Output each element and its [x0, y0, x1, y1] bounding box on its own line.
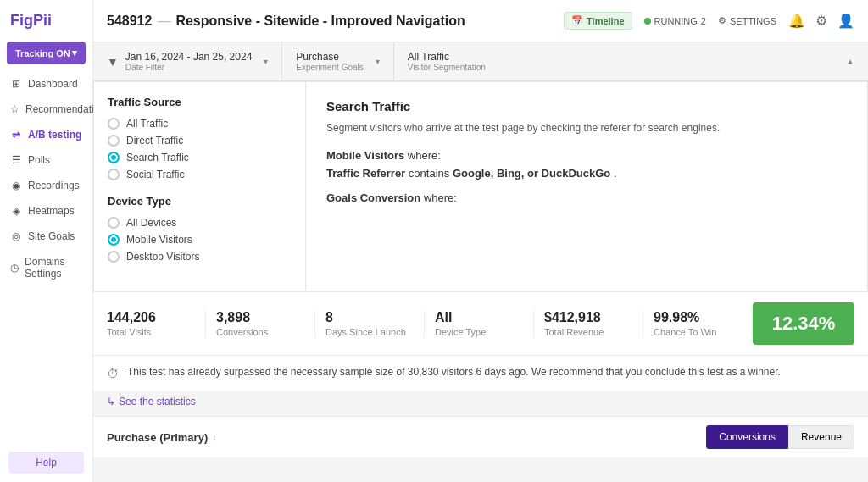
- radio-all-traffic-label: All Traffic: [126, 118, 168, 130]
- radio-social-traffic-label: Social Traffic: [126, 169, 184, 180]
- stat-device-value: All: [435, 310, 523, 325]
- radio-mobile-visitors-label: Mobile Visitors: [126, 234, 192, 246]
- body-split: Traffic Source All Traffic Direct Traffi…: [93, 81, 868, 291]
- running-label: RUNNING: [654, 16, 698, 26]
- stat-revenue-value: $412,918: [544, 310, 632, 325]
- stat-device-label: Device Type: [435, 327, 523, 337]
- filter-icon: ▼: [107, 55, 119, 69]
- sidebar-item-label: Site Goals: [28, 230, 75, 242]
- goals-filter[interactable]: Purchase Experiment Goals ▾: [282, 42, 393, 80]
- segment-chevron: ▲: [846, 57, 854, 66]
- segment-filter[interactable]: All Traffic Visitor Segmentation ▲: [394, 42, 868, 80]
- topbar-actions: 📅 Timeline RUNNING 2 ⚙ SETTINGS 🔔 ⚙ 👤: [564, 12, 854, 30]
- page-title: Responsive - Sitewide - Improved Navigat…: [175, 14, 465, 29]
- goals-where: where:: [424, 191, 457, 204]
- bottom-bar: Purchase (Primary) ↓ Conversions Revenue: [93, 416, 868, 457]
- referrer-value: Google, Bing, or DuckDuckGo: [453, 167, 610, 180]
- filter-bar: ▼ Jan 16, 2024 - Jan 25, 2024 Date Filte…: [93, 42, 868, 81]
- radio-desktop-visitors-label: Desktop Visitors: [126, 251, 199, 263]
- bottom-title-text: Purchase (Primary): [107, 431, 208, 444]
- help-button[interactable]: Help: [8, 452, 84, 474]
- sidebar-item-label: A/B testing: [28, 129, 81, 141]
- radio-all-devices-label: All Devices: [126, 217, 176, 229]
- radio-all-devices[interactable]: All Devices: [108, 214, 292, 231]
- radio-all-traffic[interactable]: All Traffic: [108, 115, 292, 132]
- goals-label: Goals Conversion: [326, 191, 420, 204]
- sidebar-item-dashboard[interactable]: ⊞Dashboard: [0, 71, 92, 97]
- tracking-toggle[interactable]: Tracking ON ▾: [7, 42, 86, 64]
- gear-icon[interactable]: ⚙: [815, 13, 827, 29]
- tab-revenue[interactable]: Revenue: [788, 425, 854, 449]
- sidebar-item-label: Domains Settings: [25, 256, 82, 280]
- goals-chevron: ▾: [376, 57, 380, 66]
- notice-bar: ⏱ This test has already surpassed the ne…: [93, 355, 868, 391]
- detail-title: Search Traffic: [326, 99, 847, 114]
- sidebar-item-ab-testing[interactable]: ⇌A/B testing: [0, 122, 92, 147]
- right-panel: Search Traffic Segment visitors who arri…: [306, 82, 867, 291]
- stat-conversions-value: 3,898: [216, 310, 304, 325]
- tracking-label: Tracking ON: [15, 48, 70, 58]
- radio-desktop-visitors[interactable]: Desktop Visitors: [108, 248, 292, 265]
- visitor-where: where:: [408, 149, 441, 162]
- left-panel: Traffic Source All Traffic Direct Traffi…: [94, 82, 306, 291]
- sidebar-nav: ⊞Dashboard☆Recommendations⇌A/B testing☰P…: [0, 64, 92, 443]
- stat-days: 8 Days Since Launch: [315, 310, 425, 337]
- radio-direct-traffic[interactable]: Direct Traffic: [108, 132, 292, 149]
- device-type-title: Device Type: [108, 195, 292, 208]
- visitor-type-label: Mobile Visitors: [326, 149, 404, 162]
- sidebar-item-site-goals[interactable]: ◎Site Goals: [0, 224, 92, 249]
- referrer-period: .: [614, 167, 617, 180]
- settings-button[interactable]: ⚙ SETTINGS: [718, 15, 776, 26]
- stat-visits: 144,206 Total Visits: [107, 310, 206, 337]
- stat-visits-value: 144,206: [107, 310, 195, 325]
- sidebar-item-heatmaps[interactable]: ◈Heatmaps: [0, 198, 92, 224]
- stat-device: All Device Type: [425, 310, 534, 337]
- radio-mobile-visitors[interactable]: Mobile Visitors: [108, 231, 292, 248]
- notice-icon: ⏱: [107, 367, 119, 380]
- bottom-arrow: ↓: [212, 432, 217, 442]
- date-filter[interactable]: ▼ Jan 16, 2024 - Jan 25, 2024 Date Filte…: [93, 42, 282, 80]
- stat-revenue-label: Total Revenue: [544, 327, 632, 337]
- running-count: 2: [701, 16, 706, 26]
- notice-text: This test has already surpassed the nece…: [127, 366, 781, 378]
- timeline-button[interactable]: 📅 Timeline: [564, 12, 632, 30]
- stat-cta: 12.34%: [753, 302, 854, 345]
- timeline-icon: 📅: [571, 15, 583, 26]
- traffic-source-group: All Traffic Direct Traffic Search Traffi…: [108, 115, 292, 183]
- tab-conversions[interactable]: Conversions: [706, 425, 788, 449]
- stat-chance: 99.98% Chance To Win: [643, 310, 753, 337]
- sidebar-item-polls[interactable]: ☰Polls: [0, 147, 92, 173]
- see-stats-link[interactable]: ↳ See the statistics: [93, 391, 868, 416]
- sidebar-item-label: Polls: [28, 154, 50, 166]
- stat-days-value: 8: [326, 310, 414, 325]
- polls-icon: ☰: [10, 154, 22, 166]
- radio-search-traffic-circle: [108, 152, 120, 163]
- site-goals-icon: ◎: [10, 230, 22, 242]
- domains-icon: ◷: [10, 262, 19, 274]
- visitor-type-detail: Mobile Visitors where:: [326, 149, 847, 162]
- goals-filter-value: Purchase: [296, 51, 363, 63]
- radio-social-traffic-circle: [108, 169, 120, 180]
- see-stats-arrow: ↳: [107, 396, 115, 407]
- date-chevron: ▾: [264, 57, 268, 66]
- settings-label: SETTINGS: [730, 16, 776, 26]
- user-icon[interactable]: 👤: [837, 13, 854, 29]
- title-separator: —: [157, 14, 170, 29]
- bell-icon[interactable]: 🔔: [788, 13, 805, 29]
- sidebar: FigPii Tracking ON ▾ ⊞Dashboard☆Recommen…: [0, 0, 93, 482]
- radio-search-traffic[interactable]: Search Traffic: [108, 149, 292, 166]
- sidebar-item-domains[interactable]: ◷Domains Settings: [0, 249, 92, 286]
- radio-social-traffic[interactable]: Social Traffic: [108, 166, 292, 183]
- sidebar-item-label: Recordings: [28, 180, 80, 191]
- date-filter-value: Jan 16, 2024 - Jan 25, 2024: [125, 51, 252, 63]
- dashboard-icon: ⊞: [10, 78, 22, 90]
- sidebar-item-recommendations[interactable]: ☆Recommendations: [0, 97, 92, 122]
- experiment-id: 548912: [107, 14, 152, 29]
- heatmaps-icon: ◈: [10, 205, 22, 217]
- stat-chance-label: Chance To Win: [654, 327, 742, 337]
- referrer-label: Traffic Referrer: [326, 167, 405, 180]
- sidebar-item-label: Dashboard: [28, 78, 78, 90]
- sidebar-item-recordings[interactable]: ◉Recordings: [0, 173, 92, 198]
- running-dot: [644, 18, 651, 25]
- stats-bar: 144,206 Total Visits 3,898 Conversions 8…: [93, 291, 868, 355]
